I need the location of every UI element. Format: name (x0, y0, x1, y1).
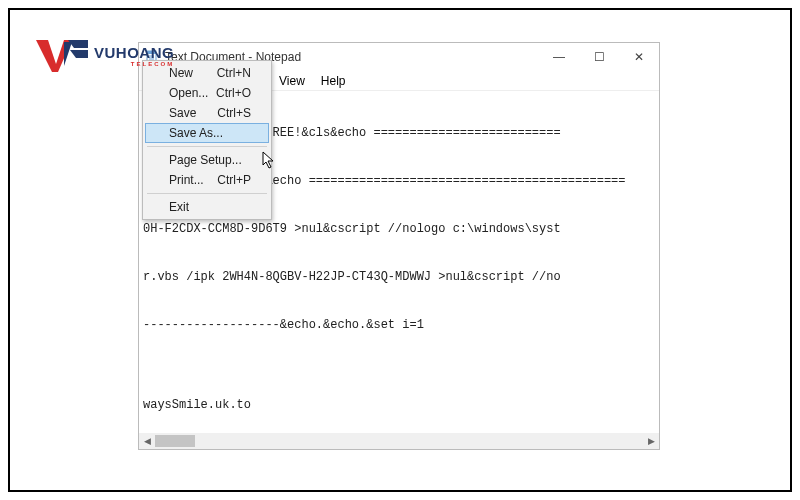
menu-label: Print... (169, 173, 204, 187)
menu-shortcut: Ctrl+N (217, 66, 251, 80)
minimize-button[interactable]: — (539, 43, 579, 71)
menu-open[interactable]: Open... Ctrl+O (145, 83, 269, 103)
menu-shortcut: Ctrl+P (217, 173, 251, 187)
mouse-cursor-icon (262, 151, 276, 169)
editor-line: 0H-F2CDX-CCM8D-9D6T9 >nul&cscript //nolo… (143, 221, 655, 237)
menu-print[interactable]: Print... Ctrl+P (145, 170, 269, 190)
scroll-right-icon[interactable]: ▶ (643, 433, 659, 449)
editor-line: -------------------&echo.&echo.&set i=1 (143, 317, 655, 333)
logo-brand: VUHOANG (94, 45, 174, 60)
menu-label: Open... (169, 86, 208, 100)
scroll-thumb[interactable] (155, 435, 195, 447)
horizontal-scrollbar[interactable]: ◀ ▶ (139, 433, 659, 449)
menu-save-as[interactable]: Save As... (145, 123, 269, 143)
menu-separator (147, 193, 267, 194)
logo-subbrand: TELECOM (94, 61, 174, 67)
menu-separator (147, 146, 267, 147)
close-button[interactable]: ✕ (619, 43, 659, 71)
maximize-button[interactable]: ☐ (579, 43, 619, 71)
menu-label: Page Setup... (169, 153, 242, 167)
editor-line: waysSmile.uk.to (143, 397, 655, 413)
menu-view[interactable]: View (271, 72, 313, 90)
window-controls: — ☐ ✕ (539, 43, 659, 71)
editor-line: r.vbs /ipk 2WH4N-8QGBV-H22JP-CT43Q-MDWWJ… (143, 269, 655, 285)
logo-watermark: VUHOANG TELECOM (34, 38, 174, 74)
menu-exit[interactable]: Exit (145, 197, 269, 217)
menu-help[interactable]: Help (313, 72, 354, 90)
menu-label: Save As... (169, 126, 223, 140)
logo-text-block: VUHOANG TELECOM (94, 45, 174, 67)
menu-page-setup[interactable]: Page Setup... (145, 150, 269, 170)
scroll-left-icon[interactable]: ◀ (139, 433, 155, 449)
image-frame: VUHOANG TELECOM Text Document - Notepad … (8, 8, 792, 492)
menu-shortcut: Ctrl+O (216, 86, 251, 100)
menu-save[interactable]: Save Ctrl+S (145, 103, 269, 123)
menu-label: Exit (169, 200, 189, 214)
menu-shortcut: Ctrl+S (217, 106, 251, 120)
menu-label: Save (169, 106, 196, 120)
file-dropdown-menu: New Ctrl+N Open... Ctrl+O Save Ctrl+S Sa… (142, 60, 272, 220)
logo-v-icon (34, 38, 92, 74)
logo-mark (34, 38, 92, 74)
